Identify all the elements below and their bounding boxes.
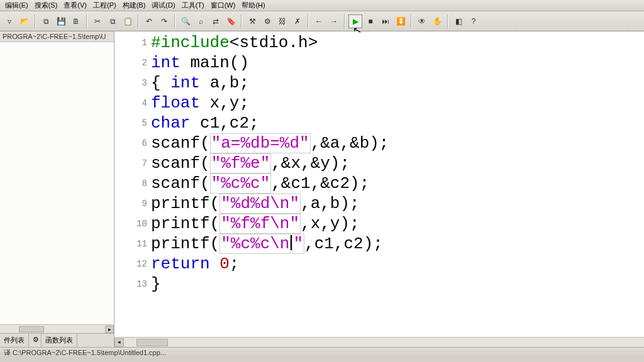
editor-hscroll[interactable]: ◂ (114, 337, 644, 347)
sidebar-tree[interactable] (0, 42, 114, 324)
scroll-right-icon[interactable]: ▸ (105, 326, 114, 333)
open-button[interactable]: 📂 (18, 14, 31, 28)
code-line[interactable]: printf("%d%d\n",a,b); (151, 194, 644, 214)
code-line[interactable]: int main() (151, 53, 644, 73)
nav-back-button[interactable]: ← (312, 14, 326, 28)
save-button[interactable]: 💾 (54, 14, 68, 28)
find-button[interactable]: 🔍 (179, 14, 192, 28)
redo-button[interactable]: ↷ (157, 14, 171, 28)
new-button[interactable]: ▿ (3, 14, 16, 28)
code-line[interactable]: scanf("%f%e",&x,&y); (151, 153, 644, 173)
undo-button[interactable]: ↶ (142, 14, 156, 28)
code-line[interactable]: { int a,b; (151, 73, 644, 93)
menu-item[interactable]: 查看(V) (61, 0, 89, 11)
code-line[interactable]: printf("%c%c\n",c1,c2); (151, 234, 644, 254)
menu-item[interactable]: 帮助(H) (239, 0, 267, 11)
build-button[interactable]: ⚙ (260, 14, 274, 28)
menu-item[interactable]: 搜索(S) (32, 0, 60, 11)
help-button[interactable]: ? (467, 14, 480, 28)
menu-item[interactable]: 调试(D) (149, 0, 177, 11)
sidebar: PROGRA~2\C-FREE~1.5\temp\U ▸ 件列表 ⚙ 函数列表 (0, 31, 114, 347)
paste-button[interactable]: 📋 (121, 14, 135, 28)
code-editor[interactable]: 12345678910111213 #include<stdio.h>int m… (114, 31, 644, 337)
buildall-button[interactable]: ⛓ (275, 14, 289, 28)
code-line[interactable]: float x,y; (151, 93, 644, 113)
compile-button[interactable]: ⚒ (245, 14, 259, 28)
toolbar: ▿ 📂 ⧉ 💾 🗎 ✂ ⧉ 📋 ↶ ↷ 🔍 ⌕ ⇄ 🔖 ⚒ ⚙ ⛓ ✗ ← → … (0, 11, 644, 31)
sidebar-hscroll[interactable]: ▸ (0, 324, 114, 333)
menu-item[interactable]: 工程(P) (91, 0, 119, 11)
tab-func-icon[interactable]: ⚙ (29, 334, 42, 347)
scroll-left-icon[interactable]: ◂ (114, 338, 124, 347)
bookmark-button[interactable]: 🔖 (224, 14, 238, 28)
code-line[interactable]: #include<stdio.h> (151, 33, 644, 53)
line-gutter: 12345678910111213 (114, 33, 151, 337)
menu-item[interactable]: 构建(B) (120, 0, 148, 11)
manager-button[interactable]: ◧ (452, 14, 465, 28)
menubar: 编辑(E)搜索(S)查看(V)工程(P)构建(B)调试(D)工具(T)窗口(W)… (0, 0, 644, 11)
menu-item[interactable]: 工具(T) (179, 0, 207, 11)
copy2-button[interactable]: ⧉ (106, 14, 119, 28)
code-line[interactable]: scanf("%c%c",&c1,&c2); (151, 173, 644, 194)
watch-button[interactable]: 👁 (415, 14, 429, 28)
replace-button[interactable]: ⇄ (209, 14, 223, 28)
saveall-button[interactable]: 🗎 (69, 14, 83, 28)
step-over-button[interactable]: ⏭ (379, 14, 392, 28)
status-bar: 译 C:\PROGRA~2\C-FREE~1.5\temp\Untitled1.… (0, 347, 644, 357)
tab-func-list[interactable]: 函数列表 (42, 334, 77, 347)
stop-button[interactable]: ■ (364, 14, 377, 28)
findnext-button[interactable]: ⌕ (194, 14, 208, 28)
code-line[interactable]: return 0; (151, 254, 644, 274)
copy-button[interactable]: ⧉ (39, 14, 53, 28)
cut-button[interactable]: ✂ (91, 14, 104, 28)
scroll-thumb[interactable] (136, 339, 168, 346)
code-area[interactable]: #include<stdio.h>int main(){ int a,b;flo… (151, 33, 644, 337)
rebuild-button[interactable]: ✗ (291, 14, 304, 28)
code-line[interactable]: printf("%f%f\n",x,y); (151, 214, 644, 234)
run-button[interactable]: ▶ (348, 14, 362, 28)
menu-item[interactable]: 窗口(W) (208, 0, 238, 11)
code-line[interactable]: char c1,c2; (151, 113, 644, 133)
nav-forward-button[interactable]: → (327, 14, 341, 28)
tab-file-list[interactable]: 件列表 (0, 334, 29, 347)
sidebar-path: PROGRA~2\C-FREE~1.5\temp\U (0, 31, 114, 42)
code-line[interactable]: } (151, 274, 644, 294)
scroll-thumb[interactable] (19, 326, 44, 332)
hand-button[interactable]: ✋ (430, 14, 444, 28)
step-into-button[interactable]: ⏬ (394, 14, 408, 28)
menu-item[interactable]: 编辑(E) (3, 0, 31, 11)
code-line[interactable]: scanf("a=%db=%d",&a,&b); (151, 133, 644, 153)
